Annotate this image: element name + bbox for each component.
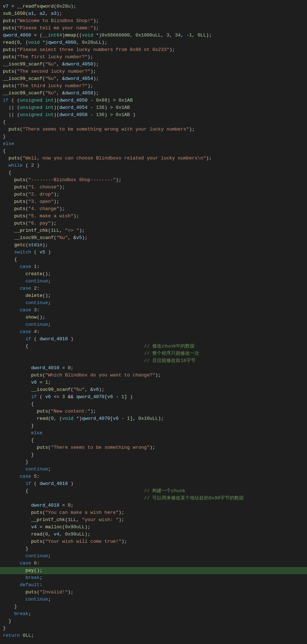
code-line-54: __isoc99_scanf("%u", &v6); [0,386,307,393]
code-line-60: else [0,430,307,437]
code-line-48: { // 修改chunk中的数据 [0,343,307,350]
code-line-45: continue; [0,321,307,328]
code-line-49: // 整个程序只能修改一次 [0,350,307,357]
code-line-26: puts("1. choose"); [0,184,307,191]
code-line-23: while ( 2 ) [0,162,307,169]
code-line-47: if ( dword_4010 ) [0,336,307,343]
code-line-32: __printf_chk(1LL, ">> "); [0,227,307,234]
code-line-19: } [0,133,307,140]
code-line-21: { [0,148,307,155]
code-line-66: case 5: [0,473,307,480]
code-line-33: __isoc99_scanf("%u", &v5); [0,234,307,242]
code-line-41: delete(); [0,292,307,299]
code-line-58: read(0, (void *)qword_4070[v6 - 1], 0x10… [0,415,307,422]
code-line-80: break; [0,574,307,581]
code-line-2: sub_1650(a1, a2, a3); [0,10,307,17]
code-line-16: || (unsigned int)(dword_4058 - 136) > 0x… [0,111,307,119]
code-line-5: qword_4060 = (__int64)mmap((void *)0x666… [0,32,307,39]
code-line-40: case 2: [0,285,307,292]
code-line-70: dword_4018 = 0; [0,502,307,509]
code-line-30: puts("5. make a wish"); [0,213,307,220]
code-line-83: continue; [0,596,307,603]
code-line-6: read(0, (void *)qword_4060, 0x20uLL); [0,39,307,46]
code-line-69: // 可以用来修改某个地址处的0x90字节的数据 [0,495,307,502]
code-line-74: read(0, v4, 0x90uLL); [0,531,307,538]
code-line-51: dword_4010 = 0; [0,364,307,372]
code-line-73: v4 = malloc(0x90uLL); [0,524,307,531]
code-line-55: if ( v6 <= 3 && qword_4070[v6 - 1] ) [0,393,307,401]
code-line-57: puts("New content:"); [0,408,307,415]
code-line-75: puts("Your wish will come true!"); [0,538,307,545]
code-line-17: { [0,119,307,126]
code-line-88: return 0LL; [0,632,307,639]
code-line-46: case 4: [0,328,307,336]
code-line-77: continue; [0,553,307,560]
code-line-59: } [0,422,307,430]
code-line-62: puts("There seems to be something wrong"… [0,444,307,451]
code-line-7: puts("Please select three lucky numbers … [0,46,307,54]
code-line-42: continue; [0,299,307,307]
code-line-43: case 3: [0,307,307,314]
code-line-8: puts("The first lucky number?"); [0,54,307,61]
code-line-14: if ( (unsigned int)(dword_4050 - 0x88) >… [0,97,307,104]
code-line-50: // 且仅能修改前16字节 [0,357,307,364]
code-line-65: continue; [0,466,307,473]
code-line-25: puts("--------Blindbox Shop--------"); [0,176,307,184]
code-line-22: puts("Well, now you can choose Blindboxs… [0,155,307,162]
code-line-67: if ( dword_4018 ) [0,480,307,487]
code-line-1: v7 = __readfsqword(0x28u); [0,3,307,10]
code-line-13: __isoc99_scanf("%u", &dword_4058); [0,90,307,97]
code-line-79-highlighted: pay(); [0,567,307,574]
code-line-34: getc(stdin); [0,242,307,249]
code-line-4: puts("Please tell me your name:"); [0,25,307,32]
code-line-37: case 1: [0,263,307,270]
code-line-52: puts("Which Blindbox do you want to chan… [0,372,307,379]
code-line-78: case 6: [0,560,307,567]
code-line-81: default: [0,581,307,589]
code-line-3: puts("Welcome to Blindbox Shop!"); [0,17,307,25]
code-line-44: show(); [0,314,307,321]
code-line-63: } [0,451,307,459]
code-line-84: } [0,603,307,610]
code-line-29: puts("4. change"); [0,205,307,213]
code-line-11: __isoc99_scanf("%u", &dword_4054); [0,75,307,82]
code-line-76: } [0,545,307,553]
code-line-38: create(); [0,270,307,278]
code-line-61: { [0,437,307,444]
code-line-35: switch ( v5 ) [0,249,307,256]
code-line-15: || (unsigned int)(dword_4054 - 136) > 0x… [0,104,307,111]
code-line-12: puts("The third lucky number?"); [0,82,307,90]
code-line-28: puts("3. open"); [0,198,307,205]
code-line-18: puts("There seems to be something wrong … [0,126,307,133]
code-line-86: } [0,618,307,625]
code-line-39: continue; [0,278,307,285]
code-container: v7 = __readfsqword(0x28u); sub_1650(a1, … [0,0,307,644]
code-line-68: { // 构建一个chunk [0,487,307,495]
code-line-31: puts("6. pay"); [0,220,307,227]
code-line-64: } [0,459,307,466]
code-line-72: __printf_chk(1LL, "your wish: "); [0,516,307,524]
code-line-85: break; [0,610,307,618]
code-line-56: { [0,401,307,408]
code-line-10: puts("The second lucky number?"); [0,68,307,75]
code-line-20: else [0,140,307,148]
code-line-27: puts("2. drop"); [0,191,307,198]
code-line-71: puts("You can make a wish here"); [0,509,307,516]
code-line-24: { [0,169,307,176]
code-line-36: { [0,256,307,263]
code-line-9: __isoc99_scanf("%u", &dword_4050); [0,61,307,68]
code-line-53: v6 = 1; [0,379,307,386]
code-line-82: puts("Invalid!"); [0,589,307,596]
code-line-87: } [0,625,307,632]
